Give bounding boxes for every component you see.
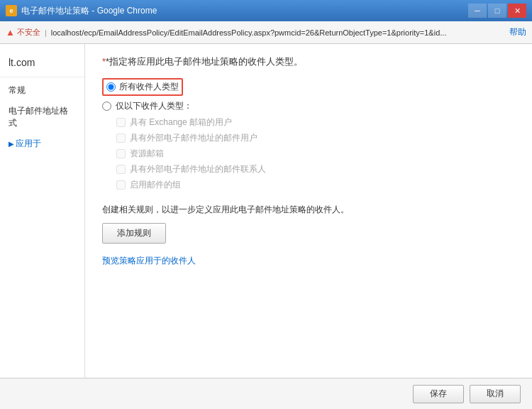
help-link[interactable]: 帮助 [509,26,526,38]
window-title: 电子邮件地址策略 - Google Chrome [21,5,157,17]
sidebar-divider [0,77,84,77]
rules-section: 创建相关规则，以进一步定义应用此电子邮件地址策略的收件人。 添加规则 [102,204,515,244]
recipient-type-group: 所有收件人类型 仅以下收件人类型： 具有 Exchange 邮箱的用户 具有外部… [102,78,515,191]
titlebar: e 电子邮件地址策略 - Google Chrome ─ □ ✕ [0,0,532,21]
security-warning: ▲ 不安全 [6,27,40,38]
checkbox-resource-mailbox[interactable]: 资源邮箱 [116,148,515,160]
external-contacts-label: 具有外部电子邮件地址的邮件联系人 [130,163,266,175]
close-button[interactable]: ✕ [508,4,526,18]
restore-button[interactable]: □ [488,4,506,18]
exchange-users-label: 具有 Exchange 邮箱的用户 [130,116,232,129]
specific-recipients-label: 仅以下收件人类型： [116,100,192,112]
save-button[interactable]: 保存 [413,385,464,403]
sidebar-item-apply-to[interactable]: ▶应用于 [0,133,84,154]
sidebar-arrow-icon: ▶ [9,140,14,148]
resource-mailbox-checkbox[interactable] [116,149,126,158]
checkbox-external-contacts[interactable]: 具有外部电子邮件地址的邮件联系人 [116,163,515,175]
checkbox-mail-groups[interactable]: 启用邮件的组 [116,179,515,191]
warning-icon: ▲ [6,27,15,38]
specific-recipients-option[interactable]: 仅以下收件人类型： [102,100,515,112]
window-controls: ─ □ ✕ [468,4,526,18]
selected-radio-highlight: 所有收件人类型 [102,78,183,96]
cancel-button[interactable]: 取消 [470,385,521,403]
address-url: localhost/ecp/EmailAddressPolicy/EditEma… [51,28,447,37]
rules-description: 创建相关规则，以进一步定义应用此电子邮件地址策略的收件人。 [102,204,515,216]
all-recipients-radio[interactable] [106,82,116,92]
all-recipients-option[interactable]: 所有收件人类型 [102,78,515,96]
main-container: lt.com 常规 电子邮件地址格式 ▶应用于 **指定将应用此电子邮件地址策略… [0,44,532,409]
preview-link[interactable]: 预览策略应用于的收件人 [102,255,515,267]
external-email-users-label: 具有外部电子邮件地址的邮件用户 [130,132,257,144]
content-description: **指定将应用此电子邮件地址策略的收件人类型。 [102,55,515,68]
sidebar-logo: lt.com [0,51,84,74]
checkbox-exchange-users[interactable]: 具有 Exchange 邮箱的用户 [116,116,515,129]
sidebar-item-email-format[interactable]: 电子邮件地址格式 [0,101,84,133]
external-email-users-checkbox[interactable] [116,133,126,143]
exchange-users-checkbox[interactable] [116,118,126,127]
app-icon: e [6,5,17,16]
mail-groups-checkbox[interactable] [116,180,126,190]
titlebar-left: e 电子邮件地址策略 - Google Chrome [6,5,157,17]
url-separator: | [45,28,47,37]
sidebar-item-general[interactable]: 常规 [0,80,84,101]
all-recipients-label: 所有收件人类型 [119,81,179,93]
footer: 保存 取消 [0,378,532,409]
minimize-button[interactable]: ─ [468,4,487,18]
addressbar: ▲ 不安全 | localhost/ecp/EmailAddressPolicy… [0,21,532,44]
specific-recipients-radio[interactable] [102,102,111,111]
external-contacts-checkbox[interactable] [116,165,126,174]
security-label: 不安全 [17,27,40,38]
resource-mailbox-label: 资源邮箱 [130,148,164,160]
checkbox-external-email-users[interactable]: 具有外部电子邮件地址的邮件用户 [116,132,515,144]
add-rule-button[interactable]: 添加规则 [102,223,166,244]
mail-groups-label: 启用邮件的组 [130,179,181,191]
content-area: **指定将应用此电子邮件地址策略的收件人类型。 所有收件人类型 仅以下收件人类型… [85,44,532,409]
checkbox-options-group: 具有 Exchange 邮箱的用户 具有外部电子邮件地址的邮件用户 资源邮箱 具… [116,116,515,191]
sidebar: lt.com 常规 电子邮件地址格式 ▶应用于 [0,44,85,409]
